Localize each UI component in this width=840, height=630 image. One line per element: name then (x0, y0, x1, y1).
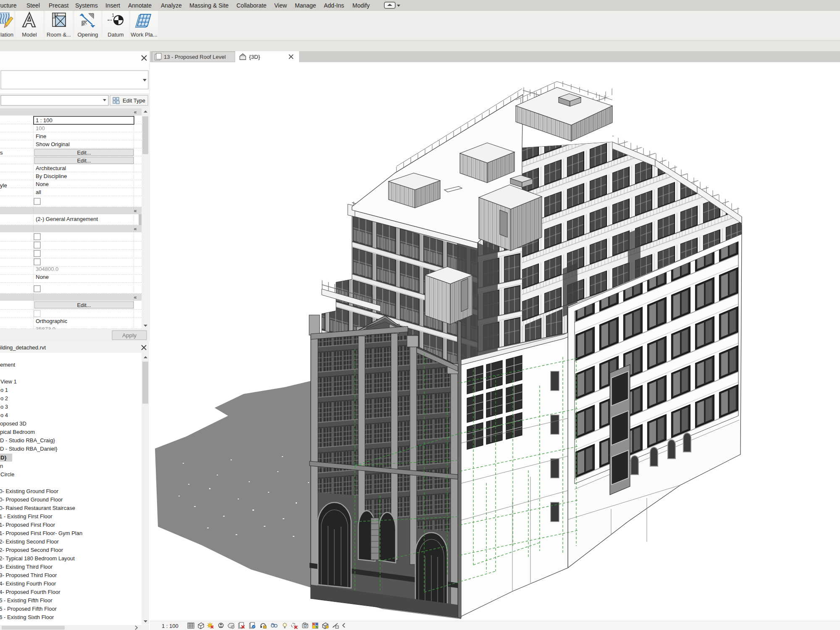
svg-text:02- Existing Second Floor: 02- Existing Second Floor (0, 538, 59, 545)
svg-text:Circle: Circle (0, 471, 14, 478)
svg-text:s: s (0, 150, 3, 156)
svg-text:o 2: o 2 (0, 395, 8, 402)
svg-text:D - Studio RBA_Craig}: D - Studio RBA_Craig} (0, 437, 55, 444)
svg-text:oposed 3D: oposed 3D (0, 420, 26, 427)
svg-text:01 - Existing First Floor: 01 - Existing First Floor (0, 513, 52, 520)
svg-text:1: 1 (112, 13, 114, 18)
svg-text:D}: D} (0, 454, 6, 461)
svg-text:05 - Existing Fifth Floor: 05 - Existing Fifth Floor (0, 597, 52, 604)
svg-text:ilding_detached.rvt: ilding_detached.rvt (0, 344, 46, 351)
svg-text:02- Typical 180 Bedroom Layout: 02- Typical 180 Bedroom Layout (0, 555, 75, 562)
svg-text:100: 100 (36, 125, 45, 131)
svg-text:None: None (36, 274, 49, 280)
svg-text:«: « (134, 109, 137, 115)
svg-text:01- Proposed First Floor- Gym: 01- Proposed First Floor- Gym Plan (0, 530, 82, 536)
svg-text:02- Proposed Second Floor: 02- Proposed Second Floor (0, 547, 63, 553)
svg-text:304800.0: 304800.0 (36, 266, 58, 272)
svg-text:13 - Proposed Roof Level: 13 - Proposed Roof Level (164, 54, 226, 60)
svg-text:06 - Existing Sixth Floor: 06 - Existing Sixth Floor (0, 614, 54, 620)
svg-text:ement: ement (0, 362, 16, 368)
svg-text:By Discipline: By Discipline (36, 173, 67, 179)
svg-text:00- Raised Restaurant Staircas: 00- Raised Restaurant Staircase (0, 505, 75, 511)
svg-text:1 : 100: 1 : 100 (162, 623, 178, 629)
svg-text:00- Existing Ground Floor: 00- Existing Ground Floor (0, 488, 59, 494)
svg-text:n: n (0, 463, 3, 469)
svg-text:«: « (134, 226, 137, 232)
svg-text:04- Existing Fourth Floor: 04- Existing Fourth Floor (0, 580, 56, 587)
svg-text:05 - Proposed Fifth Floor: 05 - Proposed Fifth Floor (0, 606, 57, 612)
svg-text:03- Proposed Third Floor: 03- Proposed Third Floor (0, 572, 57, 578)
svg-text:all: all (36, 189, 41, 195)
svg-text:yle: yle (0, 182, 7, 189)
svg-text:Apply: Apply (122, 332, 136, 339)
svg-text:04- Proposed Fourth Floor: 04- Proposed Fourth Floor (0, 589, 60, 595)
svg-text:Architectural: Architectural (36, 165, 66, 171)
svg-text:None: None (36, 181, 49, 187)
svg-text:«: « (134, 208, 137, 214)
svg-text:D - Studio RBA_Daniel}: D - Studio RBA_Daniel} (0, 446, 58, 452)
svg-text:1 : 100: 1 : 100 (36, 117, 52, 123)
svg-text:01- Proposed First Floor: 01- Proposed First Floor (0, 522, 55, 528)
svg-text:00- Proposed Ground Floor: 00- Proposed Ground Floor (0, 496, 63, 503)
svg-text:View 1: View 1 (0, 378, 17, 385)
svg-text:«: « (134, 294, 137, 300)
svg-text:o 4: o 4 (0, 412, 8, 418)
svg-text:Orthographic: Orthographic (36, 318, 68, 324)
svg-text:pical Bedroom: pical Bedroom (0, 429, 35, 435)
svg-text:Edit...: Edit... (77, 150, 91, 156)
svg-text:o 3: o 3 (0, 404, 8, 410)
svg-text:Edit...: Edit... (77, 302, 91, 308)
svg-text:Fine: Fine (36, 133, 46, 139)
svg-text:{3D}: {3D} (249, 54, 260, 60)
svg-text:03- Existing Third Floor: 03- Existing Third Floor (0, 564, 53, 570)
svg-text:Edit...: Edit... (77, 158, 91, 164)
svg-text:o 1: o 1 (0, 387, 8, 393)
svg-text:Show Original: Show Original (36, 141, 70, 147)
svg-text:(2-) General Arrangement: (2-) General Arrangement (36, 216, 98, 222)
svg-text:Edit Type: Edit Type (123, 97, 145, 104)
